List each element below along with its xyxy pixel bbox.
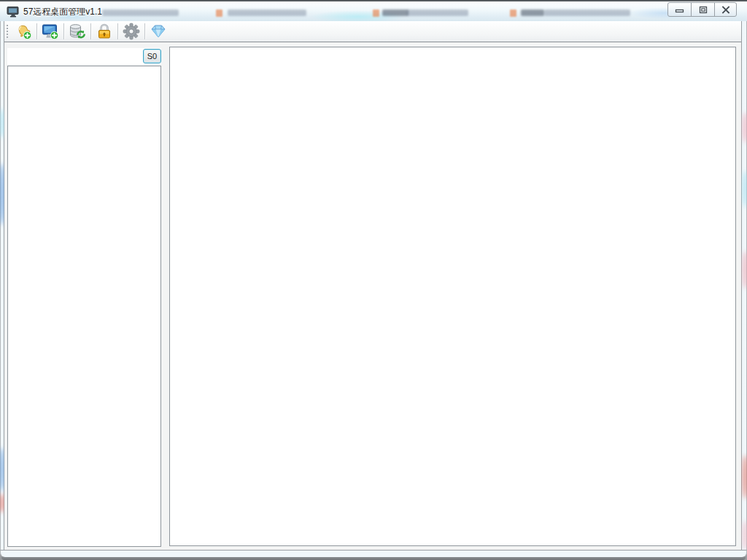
lock-button[interactable] <box>93 22 115 42</box>
background-blur-text <box>102 9 179 16</box>
diamond-icon <box>149 22 168 41</box>
add-computer-button[interactable] <box>39 22 61 42</box>
background-blur-text <box>407 9 468 16</box>
maximize-icon <box>699 6 708 14</box>
minimize-button[interactable] <box>667 2 692 17</box>
s0-button-label: S0 <box>147 52 157 61</box>
glass-blur-blob <box>742 521 747 550</box>
bell-plus-icon <box>14 22 33 41</box>
toolbar-separator <box>90 23 91 39</box>
sidebar-header-strip <box>7 48 161 65</box>
background-blur-text <box>521 9 544 16</box>
background-blur-favicon <box>216 9 222 17</box>
window-title: 57远程桌面管理v1.1 <box>23 6 102 18</box>
background-blur-text <box>382 9 409 16</box>
glass-blur-blob <box>742 251 747 289</box>
glass-blur-blob <box>742 112 747 143</box>
window-frame-right <box>741 21 747 550</box>
window-shadow <box>1 557 746 560</box>
glass-blur-blob <box>742 171 747 207</box>
background-blur-text <box>544 9 630 16</box>
app-window: 57远程桌面管理v1.1 <box>0 0 747 560</box>
database-refresh-icon <box>68 22 87 41</box>
titlebar[interactable]: 57远程桌面管理v1.1 <box>0 0 747 22</box>
monitor-plus-icon <box>41 22 60 41</box>
remote-desktop-panel[interactable] <box>169 47 736 546</box>
padlock-icon <box>95 22 114 41</box>
maximize-button[interactable] <box>691 2 715 17</box>
add-group-button[interactable] <box>12 22 34 42</box>
close-icon <box>721 6 730 14</box>
gear-icon <box>122 22 141 41</box>
toolbar-grip-handle[interactable] <box>7 25 8 38</box>
background-blur-favicon <box>373 9 379 17</box>
toolbar-separator <box>117 23 118 39</box>
background-blur-text <box>228 9 306 16</box>
monitor-icon <box>7 6 20 18</box>
toolbar-separator <box>144 23 145 39</box>
s0-button[interactable]: S0 <box>143 49 161 63</box>
toolbar-separator <box>63 23 64 39</box>
toolbar <box>4 21 741 42</box>
client-area: S0 <box>4 21 741 550</box>
server-tree-panel[interactable] <box>7 66 161 547</box>
minimize-icon <box>675 6 684 13</box>
about-button[interactable] <box>147 22 169 42</box>
glass-blur-blob <box>742 455 747 499</box>
background-blur-favicon <box>510 9 516 17</box>
toolbar-separator <box>36 23 37 39</box>
close-button[interactable] <box>714 2 737 17</box>
window-controls <box>667 2 737 17</box>
refresh-data-button[interactable] <box>66 22 88 42</box>
settings-button[interactable] <box>120 22 142 42</box>
